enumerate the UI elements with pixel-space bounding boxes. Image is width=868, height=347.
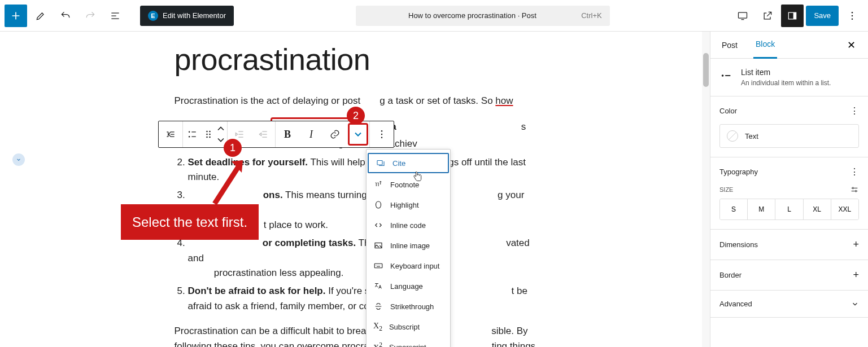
svg-point-12 xyxy=(206,137,208,138)
color-options-button[interactable]: ⋮ xyxy=(850,106,859,116)
advanced-panel[interactable]: Advanced xyxy=(710,291,868,318)
chevron-down-icon xyxy=(851,300,859,308)
more-rich-text-button[interactable] xyxy=(348,123,368,146)
document-overview-button[interactable] xyxy=(104,5,127,27)
edit-with-elementor-button[interactable]: E Edit with Elementor xyxy=(140,6,234,26)
dropdown-item-strikethrough[interactable]: Strikethrough xyxy=(367,296,450,317)
italic-button[interactable]: I xyxy=(299,121,323,147)
size-button-group: S M L XL XXL xyxy=(719,199,859,220)
annotation-arrow-icon xyxy=(209,156,248,207)
edit-tool-button[interactable] xyxy=(29,5,52,27)
size-s[interactable]: S xyxy=(720,199,748,219)
tab-post[interactable]: Post xyxy=(719,32,740,59)
svg-rect-17 xyxy=(377,161,382,165)
svg-point-8 xyxy=(206,131,208,133)
list-item-icon xyxy=(719,69,733,82)
dropdown-item-highlight[interactable]: Highlight xyxy=(367,195,450,215)
plus-icon: + xyxy=(853,269,859,281)
intro-link[interactable]: how xyxy=(495,95,513,106)
tab-block[interactable]: Block xyxy=(753,32,777,59)
post-heading[interactable]: procrastination xyxy=(175,36,536,84)
dimensions-panel[interactable]: Dimensions+ xyxy=(710,230,868,260)
list-style-button[interactable] xyxy=(183,121,202,147)
sidebar-tabs: Post Block ✕ xyxy=(710,32,868,59)
size-settings-icon[interactable] xyxy=(850,185,859,194)
dropdown-item-language[interactable]: Language xyxy=(367,276,450,296)
block-description: An individual item within a list. xyxy=(741,79,831,87)
typography-panel: Typography ⋮ SIZE S M L XL XXL xyxy=(710,157,868,230)
top-toolbar: E Edit with Elementor How to overcome pr… xyxy=(0,0,868,32)
document-title-bar[interactable]: How to overcome procrastination · Post C… xyxy=(356,6,610,26)
redo-button[interactable] xyxy=(79,5,102,27)
size-l[interactable]: L xyxy=(775,199,803,219)
svg-point-11 xyxy=(209,134,211,135)
svg-point-6 xyxy=(189,131,190,133)
size-label: SIZE xyxy=(719,186,733,193)
svg-point-7 xyxy=(189,136,190,138)
editor-canvas: procrastination Procrastination is the a… xyxy=(0,32,710,347)
settings-sidebar: Post Block ✕ List item An individual ite… xyxy=(710,32,868,347)
svg-point-3 xyxy=(852,11,853,13)
svg-point-14 xyxy=(381,130,383,132)
svg-point-20 xyxy=(722,74,724,77)
add-block-button[interactable] xyxy=(5,5,27,27)
indent-button[interactable] xyxy=(251,121,275,147)
options-menu-button[interactable] xyxy=(841,5,863,27)
block-inserter-handle[interactable] xyxy=(12,153,25,166)
svg-point-10 xyxy=(206,134,208,135)
editor-scrollbar[interactable] xyxy=(702,32,710,347)
svg-point-9 xyxy=(209,131,211,133)
block-options-button[interactable] xyxy=(370,121,394,147)
link-button[interactable] xyxy=(323,121,347,147)
svg-rect-2 xyxy=(793,12,796,19)
close-sidebar-button[interactable]: ✕ xyxy=(843,37,859,53)
block-info-section: List item An individual item within a li… xyxy=(710,59,868,96)
superscript-icon: X2 xyxy=(373,341,382,347)
annotation-badge-2: 2 xyxy=(347,107,365,125)
dropdown-item-cite[interactable]: Cite xyxy=(368,153,449,173)
color-panel: Color ⋮ Text xyxy=(710,96,868,157)
size-xxl[interactable]: XXL xyxy=(831,199,858,219)
dropdown-item-footnote[interactable]: Footnote xyxy=(367,174,450,195)
typography-heading: Typography xyxy=(719,168,758,176)
color-swatch-icon xyxy=(727,130,738,142)
border-panel[interactable]: Border+ xyxy=(710,260,868,291)
block-title: List item xyxy=(741,68,831,77)
undo-button[interactable] xyxy=(54,5,77,27)
view-desktop-button[interactable] xyxy=(731,5,754,27)
cursor-pointer-icon xyxy=(412,170,423,183)
block-toolbar: B I xyxy=(158,121,394,148)
size-m[interactable]: M xyxy=(748,199,775,219)
plus-icon: + xyxy=(853,239,859,251)
dropdown-item-inline-image[interactable]: Inline image xyxy=(367,235,450,256)
annotation-callout: Select the text first. xyxy=(121,204,259,240)
outro-paragraph-1[interactable]: Procrastination can be a difficult habit… xyxy=(175,324,536,347)
command-shortcut: Ctrl+K xyxy=(581,11,601,20)
main-area: procrastination Procrastination is the a… xyxy=(0,32,868,347)
text-color-control[interactable]: Text xyxy=(719,124,859,148)
svg-point-16 xyxy=(381,137,383,139)
list-item[interactable]: Reward yourself for completing tasks. Th… xyxy=(188,236,536,280)
dropdown-item-superscript[interactable]: X2 Superscript xyxy=(367,337,450,347)
svg-point-13 xyxy=(209,137,211,138)
elementor-icon: E xyxy=(148,11,158,21)
bold-button[interactable]: B xyxy=(276,121,299,147)
list-item[interactable]: Don't be afraid to ask for help. If you'… xyxy=(188,284,536,314)
block-type-button[interactable] xyxy=(159,121,182,147)
size-xl[interactable]: XL xyxy=(804,199,831,219)
color-heading: Color xyxy=(719,107,737,115)
dropdown-item-inline-code[interactable]: Inline code xyxy=(367,215,450,235)
elementor-label: Edit with Elementor xyxy=(163,11,226,20)
settings-panel-toggle[interactable] xyxy=(781,5,804,27)
save-button[interactable]: Save xyxy=(806,6,839,26)
annotation-badge-1: 1 xyxy=(224,139,242,157)
typography-options-button[interactable]: ⋮ xyxy=(850,166,859,177)
svg-point-5 xyxy=(852,18,853,20)
drag-handle[interactable] xyxy=(202,121,215,147)
svg-rect-0 xyxy=(739,12,747,18)
svg-rect-19 xyxy=(374,263,382,268)
dropdown-item-keyboard-input[interactable]: Keyboard input xyxy=(367,256,450,276)
subscript-icon: X2 xyxy=(373,322,382,332)
open-external-button[interactable] xyxy=(756,5,779,27)
dropdown-item-subscript[interactable]: X2 Subscript xyxy=(367,317,450,337)
